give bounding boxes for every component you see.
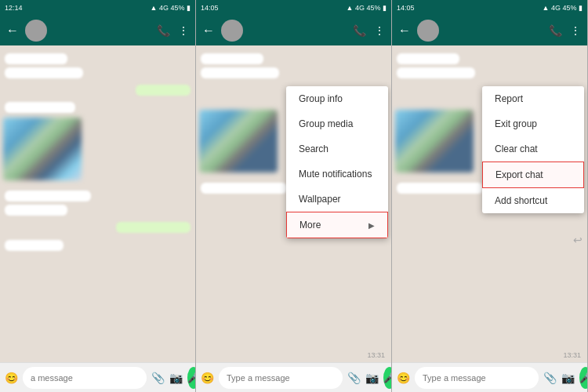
bottom-bar-1: 😊 📎 📷 🎤 [0, 362, 195, 392]
submenu-3: Report Exit group Clear chat Export chat… [482, 86, 584, 213]
attach-icon-1[interactable]: 📎 [151, 372, 165, 384]
menu-group-info[interactable]: Group info [286, 86, 388, 111]
chat-content-1 [0, 45, 195, 362]
msg-8 [5, 240, 64, 251]
header-icons-2: 📞 ⋮ [353, 24, 385, 37]
menu-exit-group[interactable]: Exit group [482, 111, 584, 136]
menu-search[interactable]: Search [286, 136, 388, 162]
menu-export-chat[interactable]: Export chat [482, 162, 584, 188]
attach-icon-2[interactable]: 📎 [347, 372, 361, 384]
back-icon-1[interactable]: ← [6, 24, 19, 38]
wa-header-1: ← 📞 ⋮ [0, 16, 195, 45]
menu-report-label: Report [495, 93, 523, 104]
status-icons-1: ▲ 4G 45% ▮ [151, 4, 191, 12]
panel-3: 14:05 ▲ 4G 45% ▮ ← 📞 ⋮ Report Exit group… [392, 0, 588, 392]
menu-more-label: More [299, 220, 321, 230]
panel-1: 12:14 ▲ 4G 45% ▮ ← 📞 ⋮ 😊 [0, 0, 196, 392]
menu-add-shortcut-label: Add shortcut [495, 195, 547, 206]
call-icon-1[interactable]: 📞 [157, 24, 170, 37]
emoji-icon-1[interactable]: 😊 [5, 372, 18, 384]
emoji-icon-2[interactable]: 😊 [201, 372, 214, 384]
msg-7 [116, 222, 191, 233]
menu-export-chat-label: Export chat [495, 169, 543, 180]
msg-bg-p3-3 [397, 183, 483, 194]
msg-bg-1 [201, 53, 263, 64]
image-area-1 [3, 118, 82, 180]
status-time-2: 14:05 [201, 4, 219, 12]
status-time-1: 12:14 [5, 4, 23, 12]
msg-bg-p3-2 [397, 67, 475, 78]
chat-bg-1 [0, 45, 195, 362]
wa-header-2: ← 📞 ⋮ [196, 16, 391, 45]
chat-bg-2: Group info Group media Search Mute notif… [196, 45, 391, 362]
camera-icon-1[interactable]: 📷 [169, 372, 183, 384]
message-input-1[interactable] [23, 367, 147, 389]
msg-bg-3 [201, 183, 287, 194]
message-input-3[interactable] [415, 367, 539, 389]
more-icon-1[interactable]: ⋮ [178, 24, 189, 37]
wa-header-3: ← 📞 ⋮ [392, 16, 587, 45]
menu-mute[interactable]: Mute notifications [286, 162, 388, 187]
chat-timestamp-2: 13:31 [367, 351, 385, 359]
attach-icon-3[interactable]: 📎 [543, 372, 557, 384]
status-icons-3: ▲ 4G 45% ▮ [543, 4, 583, 12]
header-icons-1: 📞 ⋮ [157, 24, 189, 37]
bottom-bar-2: 😊 📎 📷 🎤 [196, 362, 391, 392]
camera-icon-3[interactable]: 📷 [561, 372, 575, 384]
menu-group-media[interactable]: Group media [286, 111, 388, 136]
call-icon-3[interactable]: 📞 [549, 24, 562, 37]
status-bar-2: 14:05 ▲ 4G 45% ▮ [196, 0, 391, 16]
msg-bg-2 [201, 67, 279, 78]
msg-5 [5, 191, 91, 201]
msg-3 [136, 85, 191, 96]
call-icon-2[interactable]: 📞 [353, 24, 366, 37]
menu-group-info-label: Group info [299, 93, 343, 104]
back-icon-3[interactable]: ← [398, 24, 411, 38]
mic-button-1[interactable]: 🎤 [187, 367, 196, 389]
avatar-1 [25, 20, 47, 42]
msg-bg-p3-1 [397, 53, 459, 64]
avatar-2 [221, 20, 243, 42]
status-bar-3: 14:05 ▲ 4G 45% ▮ [392, 0, 587, 16]
menu-group-media-label: Group media [299, 118, 353, 129]
msg-1 [5, 53, 67, 64]
camera-icon-2[interactable]: 📷 [365, 372, 379, 384]
chat-timestamp-3: 13:31 [563, 351, 581, 359]
menu-clear-chat-label: Clear chat [495, 143, 538, 154]
menu-clear-chat[interactable]: Clear chat [482, 136, 584, 162]
status-time-3: 14:05 [397, 4, 415, 12]
mic-button-2[interactable]: 🎤 [383, 367, 392, 389]
msg-2 [5, 67, 83, 78]
chevron-right-icon: ▶ [368, 221, 375, 230]
panel-2: 14:05 ▲ 4G 45% ▮ ← 📞 ⋮ Group info Group … [196, 0, 392, 392]
menu-wallpaper-label: Wallpaper [299, 194, 341, 205]
msg-4 [5, 102, 75, 113]
reply-icon-3b: ↩ [573, 234, 583, 246]
avatar-3 [417, 20, 439, 42]
back-icon-2[interactable]: ← [202, 24, 215, 38]
message-input-2[interactable] [219, 367, 343, 389]
more-icon-3[interactable]: ⋮ [570, 24, 581, 37]
menu-search-label: Search [299, 143, 328, 154]
image-area-3 [395, 110, 474, 172]
dropdown-menu-2: Group info Group media Search Mute notif… [286, 86, 388, 238]
more-icon-2[interactable]: ⋮ [374, 24, 385, 37]
menu-report[interactable]: Report [482, 86, 584, 111]
image-area-2 [199, 110, 278, 172]
msg-6 [5, 205, 67, 216]
menu-mute-label: Mute notifications [299, 169, 372, 180]
status-bar-1: 12:14 ▲ 4G 45% ▮ [0, 0, 195, 16]
menu-wallpaper[interactable]: Wallpaper [286, 187, 388, 212]
mic-button-3[interactable]: 🎤 [579, 367, 588, 389]
menu-add-shortcut[interactable]: Add shortcut [482, 188, 584, 213]
chat-bg-3: Report Exit group Clear chat Export chat… [392, 45, 587, 362]
status-icons-2: ▲ 4G 45% ▮ [347, 4, 387, 12]
emoji-icon-3[interactable]: 😊 [397, 372, 410, 384]
header-icons-3: 📞 ⋮ [549, 24, 581, 37]
menu-more[interactable]: More ▶ [286, 212, 388, 238]
bottom-bar-3: 😊 📎 📷 🎤 [392, 362, 587, 392]
menu-exit-group-label: Exit group [495, 118, 537, 129]
